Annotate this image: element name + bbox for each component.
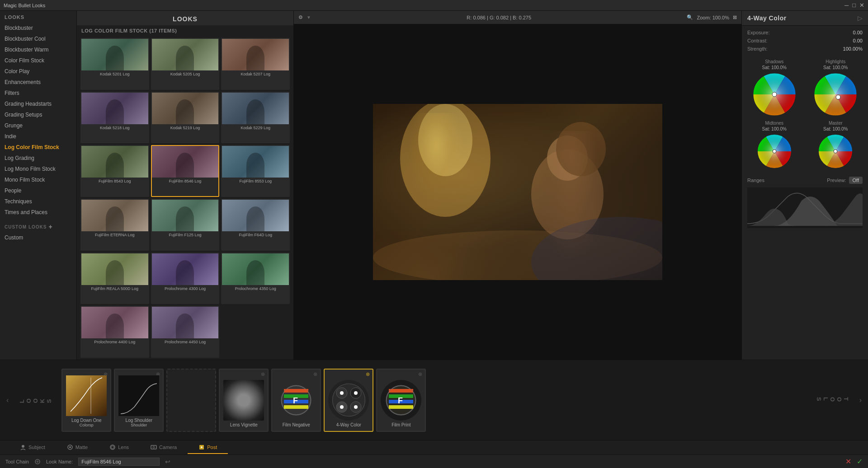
confirm-button[interactable]: ✓ (857, 457, 863, 466)
tool-label-film-print: Film Print (392, 422, 410, 427)
look-item-fuji8546[interactable]: FujiFilm 8546 Log (151, 145, 220, 197)
gear-icon[interactable]: ⚙ (298, 14, 303, 20)
highlights-wheel[interactable] (813, 72, 858, 117)
look-item-fujireala[interactable]: FujiFilm REALA 500D Log (80, 253, 149, 304)
look-label-fujireala: FujiFilm REALA 500D Log (90, 285, 140, 292)
tab-camera[interactable]: Camera (140, 441, 188, 454)
sidebar-item-grunge[interactable]: Grunge (0, 120, 76, 131)
tab-lens[interactable]: Lens (99, 441, 140, 454)
svg-point-47 (22, 445, 24, 448)
look-thumb-fuji8543 (81, 146, 148, 178)
look-item-kodak5218[interactable]: Kodak 5218 Log (80, 92, 149, 144)
scroll-left-icon[interactable]: ‹ (4, 396, 11, 404)
sidebar-item-log-grading[interactable]: Log Grading (0, 153, 76, 164)
sidebar-item-grading-headstarts[interactable]: Grading Headstarts (0, 98, 76, 109)
undo-icon[interactable]: ↩ (165, 458, 170, 465)
zoom-icon[interactable]: 🔍 (687, 14, 693, 20)
sidebar-item-blockbuster-warm[interactable]: Blockbuster Warm (0, 44, 76, 55)
tool-item-lens-vignette[interactable]: ⊗ Lens Vignette (219, 369, 269, 432)
look-item-prolo4400[interactable]: Prolochrome 4400 Log (80, 306, 149, 358)
sidebar-item-blockbuster[interactable]: Blockbuster (0, 23, 76, 33)
maximize-button[interactable]: □ (852, 2, 856, 9)
sidebar-item-custom[interactable]: Custom (0, 232, 76, 243)
sidebar-item-color-play[interactable]: Color Play (0, 66, 76, 77)
looks-subheader: LOG COLOR FILM STOCK (17 items) (77, 25, 293, 36)
toolchain-icon[interactable] (34, 459, 41, 465)
sidebar-item-techniques[interactable]: Techniques (0, 196, 76, 207)
minimize-button[interactable]: ─ (844, 2, 849, 9)
preview-zoom-info: Zoom: 100.0% (697, 15, 729, 20)
tool-item-empty[interactable] (166, 369, 216, 432)
svg-point-31 (332, 384, 365, 417)
look-item-fujieterna[interactable]: FujiFilm ETERNA Log (80, 199, 149, 251)
sidebar-item-indie[interactable]: Indie (0, 131, 76, 142)
tool-item-4way-color[interactable]: ⊗ 4-Way C (324, 369, 373, 432)
look-item-fujif125[interactable]: FujiFilm F125 Log (151, 199, 220, 251)
look-item-prolo4450[interactable]: Prolochrome 4450 Log (151, 306, 220, 358)
strength-value[interactable]: 100.00% (843, 46, 863, 51)
sidebar-item-filters[interactable]: Filters (0, 88, 76, 98)
tool-close-film-negative[interactable]: ⊗ (313, 371, 317, 377)
look-label-kodak5229: Kodak 5229 Log (240, 124, 271, 131)
tab-matte[interactable]: Matte (56, 441, 99, 454)
midtones-wheel[interactable] (756, 133, 793, 169)
cancel-button[interactable]: ✕ (845, 457, 851, 466)
looks-side-label: LOOKS (15, 397, 56, 403)
look-item-kodak5201[interactable]: Kodak 5201 Log (80, 38, 149, 90)
look-thumb-fuji8553 (222, 146, 289, 178)
add-custom-icon[interactable]: + (48, 223, 52, 230)
look-name-label: Look Name: (46, 459, 73, 464)
look-name-input[interactable] (78, 458, 160, 466)
sidebar-item-color-film-stock[interactable]: Color Film Stock (0, 55, 76, 66)
midtones-sat: Sat: 100.0% (762, 126, 787, 131)
look-item-prolo4350[interactable]: Prolochrome 4350 Log (221, 253, 290, 304)
tool-sublabel-log-shoulder: Shoulder (131, 423, 147, 427)
highlights-sat: Sat: 100.0% (823, 65, 848, 70)
sidebar-item-log-mono[interactable]: Log Mono Film Stock (0, 164, 76, 174)
tool-item-film-negative[interactable]: ⊗ F Film N (271, 369, 321, 432)
split-view-icon[interactable]: ⊠ (733, 14, 737, 20)
tab-post[interactable]: Post (188, 441, 228, 454)
close-button[interactable]: ✕ (859, 2, 864, 9)
off-toggle[interactable]: Off (849, 177, 863, 184)
tab-subject[interactable]: Subject (9, 441, 56, 454)
ranges-section: Ranges Preview: Off (742, 173, 868, 232)
midtones-wheel-container: Midtones Sat: 100.0% (745, 121, 803, 169)
look-item-kodak5229[interactable]: Kodak 5229 Log (221, 92, 290, 144)
log-shoulder-curve (118, 375, 159, 416)
tool-item-log-down-one[interactable]: ⊗ Log Down One Colorsp (61, 369, 111, 432)
master-wheel[interactable] (817, 133, 854, 169)
sidebar-item-enhancements[interactable]: Enhancements (0, 77, 76, 88)
ranges-curve (747, 187, 863, 228)
sidebar-item-mono-film[interactable]: Mono Film Stock (0, 174, 76, 185)
sidebar-item-people[interactable]: People (0, 185, 76, 196)
shadows-wheel[interactable] (752, 72, 797, 117)
look-item-fujif64d[interactable]: FujiFilm F64D Log (221, 199, 290, 251)
tool-item-log-shoulder[interactable]: ⊗ Log Shoulder Shoulder (114, 369, 164, 432)
4way-color-icon (332, 383, 366, 417)
tool-close-film-print[interactable]: ⊗ (418, 371, 422, 377)
tool-item-film-print[interactable]: ⊗ F Film Print (376, 369, 426, 432)
sidebar-item-blockbuster-cool[interactable]: Blockbuster Cool (0, 33, 76, 44)
contrast-value[interactable]: 0.00 (853, 38, 863, 43)
svg-point-18 (836, 95, 840, 99)
sidebar-item-grading-setups[interactable]: Grading Setups (0, 109, 76, 120)
exposure-value[interactable]: 0.00 (853, 30, 863, 35)
look-item-kodak5219[interactable]: Kodak 5219 Log (151, 92, 220, 144)
tool-close-lens-vignette[interactable]: ⊗ (261, 371, 265, 377)
looks-header: LOOKS (77, 11, 293, 25)
svg-point-37 (354, 391, 358, 395)
controls-expand-icon[interactable]: ▷ (858, 14, 863, 22)
look-item-fuji8543[interactable]: FujiFilm 8543 Log (80, 145, 149, 197)
scroll-right-icon[interactable]: › (857, 396, 864, 404)
look-item-kodak5205[interactable]: Kodak 5205 Log (151, 38, 220, 90)
ranges-graph[interactable] (747, 187, 863, 228)
sidebar-item-times-places[interactable]: Times and Places (0, 207, 76, 218)
chevron-down-icon[interactable]: ▼ (307, 15, 311, 20)
look-item-prolo4300[interactable]: Prolochrome 4300 Log (151, 253, 220, 304)
sidebar-item-log-color[interactable]: Log Color Film Stock (0, 142, 76, 153)
preview-image-container[interactable] (294, 24, 741, 360)
look-item-kodak5207[interactable]: Kodak 5207 Log (221, 38, 290, 90)
tool-close-4way[interactable]: ⊗ (366, 371, 370, 377)
look-item-fuji8553[interactable]: FujiFilm 8553 Log (221, 145, 290, 197)
